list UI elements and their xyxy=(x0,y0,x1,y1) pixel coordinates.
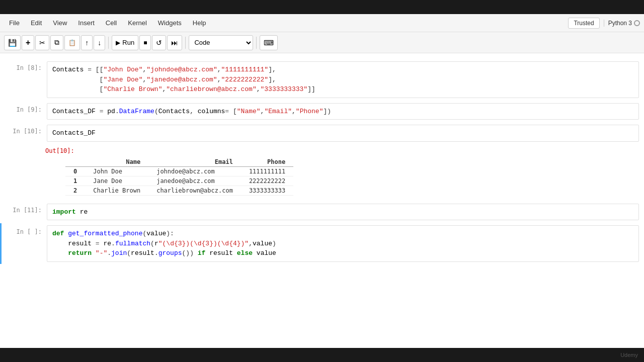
cell-8[interactable]: In [8]: Contacts = [["John Doe","johndoe… xyxy=(0,59,644,100)
paste-button[interactable] xyxy=(64,35,80,50)
kernel-name: Python 3 xyxy=(608,20,632,27)
paste-icon xyxy=(68,39,76,46)
row-0-phone: 1111111111 xyxy=(241,166,293,176)
menu-right: Trusted Python 3 xyxy=(568,18,640,29)
cut-button[interactable] xyxy=(35,35,49,50)
cut-icon xyxy=(39,39,45,47)
row-0-email: johndoe@abcz.com xyxy=(148,166,241,176)
copy-icon xyxy=(54,38,59,47)
run-label: Run xyxy=(122,39,134,46)
dataframe-table: Name Email Phone 0 John Doe johndoe@abcz… xyxy=(65,157,293,196)
cell-8-content[interactable]: Contacts = [["John Doe","johndoe@abcz.co… xyxy=(47,61,639,98)
cell-11[interactable]: In [11]: import re xyxy=(0,202,644,223)
kernel-status-icon xyxy=(634,20,640,26)
menu-view[interactable]: View xyxy=(48,17,72,29)
menu-items: File Edit View Insert Cell Kernel Widget… xyxy=(4,17,211,29)
row-0-name: John Doe xyxy=(85,166,148,176)
row-0-index: 0 xyxy=(65,166,85,176)
save-icon xyxy=(8,39,17,47)
notebook: In [8]: Contacts = [["John Doe","johndoe… xyxy=(0,53,644,348)
row-2-index: 2 xyxy=(65,186,85,195)
cell-active-content[interactable]: def get_formatted_phone(value): result =… xyxy=(47,225,639,262)
cell-active-label: In [ ]: xyxy=(2,225,47,235)
run-button[interactable]: Run xyxy=(112,35,138,50)
menu-kernel[interactable]: Kernel xyxy=(123,17,152,29)
cell-9-input[interactable]: Contacts_DF = pd.DataFrame(Contacts, col… xyxy=(47,104,638,120)
add-icon xyxy=(26,38,30,47)
cell-10-content[interactable]: Contacts_DF xyxy=(47,125,639,142)
stop-button[interactable] xyxy=(139,35,151,50)
row-2-email: charliebrown@abcz.com xyxy=(148,186,241,195)
save-button[interactable] xyxy=(4,35,21,50)
row-1-phone: 2222222222 xyxy=(241,176,293,186)
run-icon xyxy=(116,39,120,46)
cell-10-label: In [10]: xyxy=(2,125,47,135)
stop-icon xyxy=(143,39,147,46)
menu-cell[interactable]: Cell xyxy=(101,17,122,29)
sep3 xyxy=(256,37,257,49)
cell-11-input[interactable]: import re xyxy=(47,204,638,220)
menu-edit[interactable]: Edit xyxy=(26,17,47,29)
trusted-button[interactable]: Trusted xyxy=(568,18,599,29)
cell-9[interactable]: In [9]: Contacts_DF = pd.DataFrame(Conta… xyxy=(0,101,644,122)
keyboard-icon xyxy=(264,39,274,47)
row-1-name: Jane Doe xyxy=(85,176,148,186)
table-row: 0 John Doe johndoe@abcz.com 1111111111 xyxy=(65,166,293,176)
col-header-email: Email xyxy=(148,157,241,167)
keyboard-button[interactable] xyxy=(260,35,278,50)
forward-icon xyxy=(171,39,178,47)
menu-help[interactable]: Help xyxy=(188,17,211,29)
row-2-phone: 3333333333 xyxy=(241,186,293,195)
sep2 xyxy=(185,37,186,49)
row-1-index: 1 xyxy=(65,176,85,186)
sep1 xyxy=(108,37,109,49)
col-header-index xyxy=(65,157,85,167)
col-header-phone: Phone xyxy=(241,157,293,167)
cell-9-content[interactable]: Contacts_DF = pd.DataFrame(Contacts, col… xyxy=(47,103,639,120)
menu-file[interactable]: File xyxy=(4,17,25,29)
cell-11-label: In [11]: xyxy=(2,204,47,214)
menu-insert[interactable]: Insert xyxy=(73,17,100,29)
menu-widgets[interactable]: Widgets xyxy=(153,17,187,29)
table-row: 1 Jane Doe janedoe@abcz.com 2222222222 xyxy=(65,176,293,186)
cell-9-label: In [9]: xyxy=(2,103,47,113)
cell-type-select[interactable]: Code Markdown Raw NBConvert xyxy=(189,35,253,50)
row-1-email: janedoe@abcz.com xyxy=(148,176,241,186)
cell-active[interactable]: In [ ]: def get_formatted_phone(value): … xyxy=(0,223,644,264)
out-10-label: Out[10]: xyxy=(45,147,91,154)
restart-icon xyxy=(156,39,162,47)
cell-active-input[interactable]: def get_formatted_phone(value): result =… xyxy=(47,226,638,261)
row-2-name: Charlie Brown xyxy=(85,186,148,195)
cell-11-content[interactable]: import re xyxy=(47,204,639,221)
copy-button[interactable] xyxy=(50,35,63,50)
up-icon xyxy=(85,39,89,47)
table-row: 2 Charlie Brown charliebrown@abcz.com 33… xyxy=(65,186,293,195)
menu-bar: File Edit View Insert Cell Kernel Widget… xyxy=(0,14,644,32)
cell-10-input[interactable]: Contacts_DF xyxy=(47,125,638,141)
kernel-info: Python 3 xyxy=(604,20,640,27)
run-all-button[interactable] xyxy=(167,35,182,50)
restart-button[interactable] xyxy=(152,35,166,50)
top-bar xyxy=(0,0,644,14)
toolbar: Run Code Markdown Raw NBConvert xyxy=(0,32,644,53)
cell-8-input[interactable]: Contacts = [["John Doe","johndoe@abcz.co… xyxy=(47,62,638,98)
add-cell-button[interactable] xyxy=(22,35,34,50)
down-icon xyxy=(98,39,101,47)
move-up-button[interactable] xyxy=(81,35,93,50)
cell-10[interactable]: In [10]: Contacts_DF xyxy=(0,123,644,144)
col-header-name: Name xyxy=(85,157,148,167)
bottom-spacer xyxy=(0,265,644,295)
move-down-button[interactable] xyxy=(94,35,105,50)
cell-8-label: In [8]: xyxy=(2,61,47,71)
cell-10-output: Out[10]: Name Email Phone 0 John Doe joh… xyxy=(45,145,639,201)
